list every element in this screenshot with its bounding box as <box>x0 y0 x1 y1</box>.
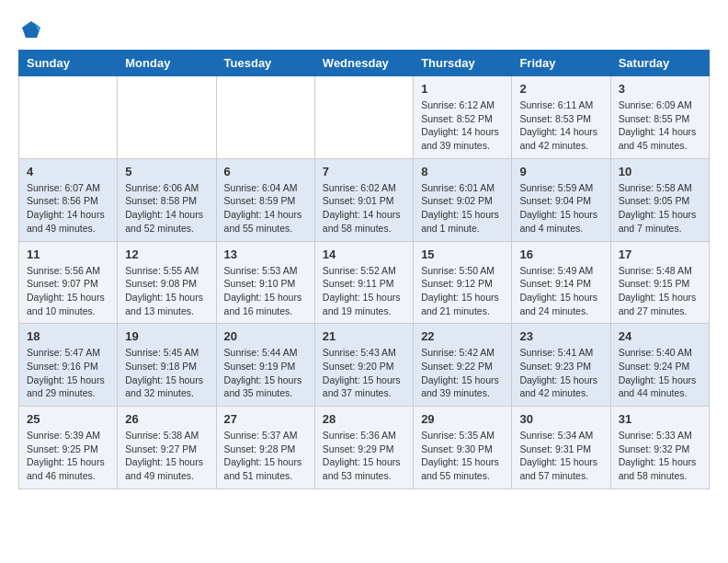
calendar-cell: 23Sunrise: 5:41 AM Sunset: 9:23 PM Dayli… <box>512 324 610 407</box>
day-info: Sunrise: 5:41 AM Sunset: 9:23 PM Dayligh… <box>519 346 602 400</box>
day-number: 28 <box>323 412 405 426</box>
calendar-cell: 30Sunrise: 5:34 AM Sunset: 9:31 PM Dayli… <box>512 407 610 489</box>
day-info: Sunrise: 5:47 AM Sunset: 9:16 PM Dayligh… <box>27 346 109 400</box>
calendar-cell: 13Sunrise: 5:53 AM Sunset: 9:10 PM Dayli… <box>216 241 314 324</box>
column-header-friday: Friday <box>512 51 610 76</box>
day-number: 26 <box>125 412 208 426</box>
day-number: 19 <box>125 329 208 343</box>
calendar-cell <box>19 76 118 159</box>
day-info: Sunrise: 6:11 AM Sunset: 8:53 PM Dayligh… <box>519 98 602 153</box>
day-number: 1 <box>421 82 504 96</box>
day-info: Sunrise: 6:01 AM Sunset: 9:02 PM Dayligh… <box>421 181 504 236</box>
calendar-cell: 9Sunrise: 5:59 AM Sunset: 9:04 PM Daylig… <box>512 158 610 241</box>
day-info: Sunrise: 5:40 AM Sunset: 9:24 PM Dayligh… <box>619 346 701 400</box>
column-header-wednesday: Wednesday <box>314 51 413 76</box>
calendar-cell <box>314 76 413 159</box>
day-number: 23 <box>519 329 602 343</box>
calendar-cell: 22Sunrise: 5:42 AM Sunset: 9:22 PM Dayli… <box>414 324 512 407</box>
calendar-cell: 8Sunrise: 6:01 AM Sunset: 9:02 PM Daylig… <box>414 158 512 241</box>
day-info: Sunrise: 6:02 AM Sunset: 9:01 PM Dayligh… <box>323 181 405 236</box>
calendar-cell: 20Sunrise: 5:44 AM Sunset: 9:19 PM Dayli… <box>216 324 314 407</box>
day-number: 25 <box>27 412 109 426</box>
calendar-cell: 4Sunrise: 6:07 AM Sunset: 8:56 PM Daylig… <box>19 158 118 241</box>
day-number: 6 <box>224 165 307 178</box>
day-number: 16 <box>519 247 602 261</box>
calendar-cell: 5Sunrise: 6:06 AM Sunset: 8:58 PM Daylig… <box>118 158 216 241</box>
day-number: 22 <box>421 329 504 343</box>
day-number: 27 <box>224 412 307 426</box>
day-info: Sunrise: 5:59 AM Sunset: 9:04 PM Dayligh… <box>519 181 602 236</box>
day-info: Sunrise: 5:42 AM Sunset: 9:22 PM Dayligh… <box>421 346 504 400</box>
calendar-cell: 26Sunrise: 5:38 AM Sunset: 9:27 PM Dayli… <box>118 407 216 489</box>
calendar-table: SundayMondayTuesdayWednesdayThursdayFrid… <box>18 50 710 489</box>
day-info: Sunrise: 5:43 AM Sunset: 9:20 PM Dayligh… <box>323 346 405 400</box>
day-number: 20 <box>224 329 307 343</box>
day-number: 4 <box>27 165 109 178</box>
calendar-cell: 1Sunrise: 6:12 AM Sunset: 8:52 PM Daylig… <box>414 76 512 159</box>
day-info: Sunrise: 5:35 AM Sunset: 9:30 PM Dayligh… <box>421 429 504 483</box>
column-header-monday: Monday <box>118 51 216 76</box>
column-header-sunday: Sunday <box>19 51 118 76</box>
calendar-cell <box>216 76 314 159</box>
calendar-cell: 24Sunrise: 5:40 AM Sunset: 9:24 PM Dayli… <box>610 324 709 407</box>
day-info: Sunrise: 6:07 AM Sunset: 8:56 PM Dayligh… <box>27 181 109 236</box>
calendar-cell: 3Sunrise: 6:09 AM Sunset: 8:55 PM Daylig… <box>610 76 709 159</box>
day-info: Sunrise: 5:36 AM Sunset: 9:29 PM Dayligh… <box>323 429 405 483</box>
calendar-cell: 17Sunrise: 5:48 AM Sunset: 9:15 PM Dayli… <box>610 241 709 324</box>
calendar-week-row: 25Sunrise: 5:39 AM Sunset: 9:25 PM Dayli… <box>19 407 710 489</box>
calendar-cell: 28Sunrise: 5:36 AM Sunset: 9:29 PM Dayli… <box>314 407 413 489</box>
day-info: Sunrise: 5:45 AM Sunset: 9:18 PM Dayligh… <box>125 346 208 400</box>
day-info: Sunrise: 5:48 AM Sunset: 9:15 PM Dayligh… <box>619 264 701 318</box>
day-info: Sunrise: 5:34 AM Sunset: 9:31 PM Dayligh… <box>519 429 602 483</box>
calendar-cell <box>118 76 216 159</box>
day-number: 3 <box>619 82 701 96</box>
day-number: 21 <box>323 329 405 343</box>
calendar-cell: 29Sunrise: 5:35 AM Sunset: 9:30 PM Dayli… <box>414 407 512 489</box>
logo-icon <box>20 18 42 40</box>
day-info: Sunrise: 5:53 AM Sunset: 9:10 PM Dayligh… <box>224 264 307 318</box>
calendar-week-row: 11Sunrise: 5:56 AM Sunset: 9:07 PM Dayli… <box>19 241 710 324</box>
calendar-cell: 11Sunrise: 5:56 AM Sunset: 9:07 PM Dayli… <box>19 241 118 324</box>
day-number: 14 <box>323 247 405 261</box>
day-number: 24 <box>619 329 701 343</box>
calendar-week-row: 1Sunrise: 6:12 AM Sunset: 8:52 PM Daylig… <box>19 76 710 159</box>
day-number: 8 <box>421 165 504 178</box>
day-info: Sunrise: 6:09 AM Sunset: 8:55 PM Dayligh… <box>619 98 701 153</box>
calendar-cell: 27Sunrise: 5:37 AM Sunset: 9:28 PM Dayli… <box>216 407 314 489</box>
calendar-week-row: 4Sunrise: 6:07 AM Sunset: 8:56 PM Daylig… <box>19 158 710 241</box>
day-info: Sunrise: 6:12 AM Sunset: 8:52 PM Dayligh… <box>421 98 504 153</box>
calendar-cell: 7Sunrise: 6:02 AM Sunset: 9:01 PM Daylig… <box>314 158 413 241</box>
day-number: 18 <box>27 329 109 343</box>
day-number: 11 <box>27 247 109 261</box>
calendar-cell: 25Sunrise: 5:39 AM Sunset: 9:25 PM Dayli… <box>19 407 118 489</box>
column-header-tuesday: Tuesday <box>216 51 314 76</box>
column-header-thursday: Thursday <box>414 51 512 76</box>
day-number: 30 <box>519 412 602 426</box>
day-number: 13 <box>224 247 307 261</box>
calendar-cell: 12Sunrise: 5:55 AM Sunset: 9:08 PM Dayli… <box>118 241 216 324</box>
calendar-week-row: 18Sunrise: 5:47 AM Sunset: 9:16 PM Dayli… <box>19 324 710 407</box>
day-number: 17 <box>619 247 701 261</box>
calendar-cell: 6Sunrise: 6:04 AM Sunset: 8:59 PM Daylig… <box>216 158 314 241</box>
calendar-cell: 14Sunrise: 5:52 AM Sunset: 9:11 PM Dayli… <box>314 241 413 324</box>
day-number: 29 <box>421 412 504 426</box>
day-info: Sunrise: 6:06 AM Sunset: 8:58 PM Dayligh… <box>125 181 208 236</box>
day-info: Sunrise: 6:04 AM Sunset: 8:59 PM Dayligh… <box>224 181 307 236</box>
day-number: 10 <box>619 165 701 178</box>
day-info: Sunrise: 5:55 AM Sunset: 9:08 PM Dayligh… <box>125 264 208 318</box>
day-info: Sunrise: 5:33 AM Sunset: 9:32 PM Dayligh… <box>619 429 701 483</box>
day-number: 12 <box>125 247 208 261</box>
calendar-cell: 19Sunrise: 5:45 AM Sunset: 9:18 PM Dayli… <box>118 324 216 407</box>
day-number: 9 <box>519 165 602 178</box>
day-info: Sunrise: 5:38 AM Sunset: 9:27 PM Dayligh… <box>125 429 208 483</box>
calendar-cell: 31Sunrise: 5:33 AM Sunset: 9:32 PM Dayli… <box>610 407 709 489</box>
day-info: Sunrise: 5:50 AM Sunset: 9:12 PM Dayligh… <box>421 264 504 318</box>
day-number: 31 <box>619 412 701 426</box>
calendar-cell: 2Sunrise: 6:11 AM Sunset: 8:53 PM Daylig… <box>512 76 610 159</box>
calendar-cell: 16Sunrise: 5:49 AM Sunset: 9:14 PM Dayli… <box>512 241 610 324</box>
day-info: Sunrise: 5:37 AM Sunset: 9:28 PM Dayligh… <box>224 429 307 483</box>
page-header <box>18 18 710 40</box>
day-info: Sunrise: 5:58 AM Sunset: 9:05 PM Dayligh… <box>619 181 701 236</box>
calendar-cell: 21Sunrise: 5:43 AM Sunset: 9:20 PM Dayli… <box>314 324 413 407</box>
day-info: Sunrise: 5:39 AM Sunset: 9:25 PM Dayligh… <box>27 429 109 483</box>
